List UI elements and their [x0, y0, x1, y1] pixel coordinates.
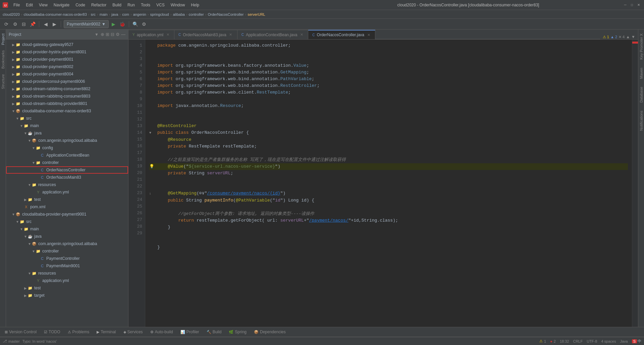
menu-code[interactable]: Code — [73, 2, 88, 8]
btab-problems[interactable]: ⚠ Problems — [64, 328, 93, 336]
menu-window[interactable]: Window — [168, 2, 188, 8]
tree-item-payment9001[interactable]: ▼ 📦 cloudalibaba-provider-payment9001 — [6, 211, 128, 218]
tree-item-appyml9001[interactable]: Y application.yml — [6, 277, 128, 284]
tree-item-ordernacos[interactable]: C OrderNacosController — [6, 166, 128, 174]
menu-run[interactable]: Run — [125, 2, 138, 8]
vtab-bookmarks[interactable]: Bookmarks — [0, 48, 6, 71]
tree-item-appyml83[interactable]: Y application.yml — [6, 188, 128, 196]
btab-profiler[interactable]: 📊 Profiler — [177, 328, 203, 336]
tree-item-resources83[interactable]: ▼ 📁 resources — [6, 181, 128, 188]
tab-close-icon[interactable]: ✕ — [366, 33, 371, 37]
tree-item-gateway[interactable]: ▶ 📁 cloud-gateway-gateway9527 — [6, 41, 128, 48]
run-button[interactable]: ▶ — [110, 20, 117, 28]
tab-ordermain[interactable]: C OrderNacosMain83.java ✕ — [174, 30, 237, 39]
menu-view[interactable]: View — [36, 2, 50, 8]
menu-navigate[interactable]: Navigate — [51, 2, 72, 8]
tree-item-payment8004[interactable]: ▶ 📁 cloud-provider-payment8004 — [6, 70, 128, 78]
search-everywhere-button[interactable]: 🔍 — [132, 20, 139, 28]
tree-item-rabbitmq8802[interactable]: ▶ 📁 cloud-stream-rabbitmq-consumer8802 — [6, 85, 128, 93]
tab-close-icon[interactable]: ✕ — [165, 33, 170, 37]
btab-services[interactable]: ◈ Services — [120, 328, 146, 336]
tree-item-controller83[interactable]: ▼ 📁 controller — [6, 159, 128, 166]
bc-angenin[interactable]: angenin — [133, 12, 146, 16]
tab-appyml[interactable]: Y application.yml ✕ — [128, 30, 174, 39]
bc-controller[interactable]: controller — [189, 12, 204, 16]
panel-settings-icon[interactable]: ⚙ — [116, 32, 120, 37]
status-warnings[interactable]: ⚠ 1 — [539, 339, 546, 343]
scroll-down-icon[interactable]: ▼ — [631, 35, 635, 39]
vtab-project[interactable]: Project — [0, 31, 6, 48]
btab-build[interactable]: 🔨 Build — [203, 328, 225, 336]
tree-item-paymain9001[interactable]: C PaymentMain9001 — [6, 262, 128, 270]
tree-item-java83[interactable]: ▼ ☕ java — [6, 129, 128, 137]
bc-src[interactable]: src — [91, 12, 96, 16]
close-button[interactable]: ✕ — [636, 2, 641, 8]
menu-help[interactable]: Help — [188, 2, 202, 8]
tree-item-pom83[interactable]: X pom.xml — [6, 203, 128, 211]
tree-item-resources9001[interactable]: ▼ 📁 resources — [6, 270, 128, 277]
bc-com[interactable]: com — [122, 12, 129, 16]
bc-class[interactable]: OrderNacosController — [208, 12, 244, 16]
menu-build[interactable]: Build — [110, 2, 124, 8]
bc-java[interactable]: java — [111, 12, 118, 16]
status-lang[interactable]: Java — [620, 339, 628, 343]
tree-item-paymentctrl[interactable]: C PaymentController — [6, 255, 128, 262]
tab-close-icon[interactable]: ✕ — [228, 33, 233, 37]
bc-main[interactable]: main — [100, 12, 108, 16]
menu-tools[interactable]: Tools — [138, 2, 153, 8]
right-panel-maven[interactable]: Maven — [639, 65, 644, 81]
panel-dropdown-icon[interactable]: ▼ — [95, 32, 99, 37]
warning-bulb-icon[interactable]: 💡 — [149, 164, 154, 169]
vtab-structure[interactable]: Structure — [0, 71, 6, 92]
btab-terminal[interactable]: ▶ Terminal — [93, 328, 119, 336]
tab-orderctrl[interactable]: C OrderNacosController.java ✕ — [308, 30, 375, 39]
settings-button[interactable]: ⚙ — [11, 20, 19, 28]
status-encoding[interactable]: UTF-8 — [587, 339, 597, 343]
minimize-button[interactable]: ─ — [623, 2, 628, 8]
code-content[interactable]: package com.angenin.springcloud.alibaba.… — [145, 40, 632, 327]
tree-item-src9001[interactable]: ▼ 📁 src — [6, 218, 128, 225]
git-branch-status[interactable]: ⎇ master — [3, 339, 20, 343]
locate-file-icon[interactable]: ⊕ — [101, 32, 104, 37]
tab-appctx[interactable]: C ApplicationContextBean.java ✕ — [237, 30, 309, 39]
btab-spring[interactable]: 🌿 Spring — [225, 328, 250, 336]
tree-item-java9001[interactable]: ▼ ☕ java — [6, 233, 128, 240]
tree-item-appctxbean[interactable]: C ApplicationContextBean — [6, 152, 128, 159]
btab-version-control[interactable]: ⊞ Version Control — [1, 328, 40, 336]
tab-close-icon[interactable]: ✕ — [299, 33, 304, 37]
tree-item-main9001[interactable]: ▼ 📁 main — [6, 225, 128, 233]
expand-all-icon[interactable]: ⊞ — [106, 32, 109, 37]
right-panel-key-promoter[interactable]: Key Promoter X — [639, 31, 644, 62]
tree-item-payment8001[interactable]: ▶ 📁 cloud-provider-payment8001 — [6, 56, 128, 63]
btab-autobuild[interactable]: ⚙ Auto-build — [147, 328, 176, 336]
tree-item-ctrl9001[interactable]: ▼ 📁 controller — [6, 247, 128, 255]
right-panel-notifications[interactable]: Notifications — [639, 108, 644, 133]
collapse-all-button[interactable]: ⊟ — [20, 20, 28, 28]
fold-icon[interactable]: ▼ — [149, 131, 151, 135]
sync-files-button[interactable]: ⟳ — [3, 20, 10, 28]
collapse-all-tree-icon[interactable]: ⊟ — [111, 32, 114, 37]
status-indent[interactable]: 4 spaces — [601, 339, 616, 343]
tree-item-pkg83[interactable]: ▼ 📦 com.angenin.springcloud.alibaba — [6, 137, 128, 144]
status-errors[interactable]: ● 2 — [550, 339, 556, 343]
bc-springcloud[interactable]: springcloud — [150, 12, 169, 16]
scroll-up-icon[interactable]: ▲ — [626, 35, 630, 39]
tree-item-test83[interactable]: ▶ 📁 test — [6, 196, 128, 203]
back-button[interactable]: ◀ — [42, 20, 49, 28]
menu-refactor[interactable]: Refactor — [89, 2, 109, 8]
tree-item-nacos83[interactable]: ▼ 📦 cloudalibaba-consumer-nacos-order83 — [6, 107, 128, 115]
tree-item-hystrix[interactable]: ▶ 📁 cloud-provider-hystrix-payment8001 — [6, 48, 128, 56]
btab-todo[interactable]: ☑ TODO — [41, 328, 63, 336]
run-config-dropdown[interactable]: PaymentMain9002 ▼ — [64, 20, 109, 28]
bc-alibaba[interactable]: alibaba — [173, 12, 184, 16]
tree-item-consul[interactable]: ▶ 📁 cloud-providerconsul-payment8006 — [6, 78, 128, 85]
tree-item-config83[interactable]: ▼ 📁 config — [6, 144, 128, 152]
tree-item-pkg9001[interactable]: ▼ 📦 com.angenin.springcloud.alibaba — [6, 240, 128, 247]
right-panel-database[interactable]: Database — [639, 84, 644, 105]
tree-item-rabbitmq8801[interactable]: ▶ 📁 cloud-stream-rabbitmq-provider8801 — [6, 100, 128, 107]
forward-button[interactable]: ▶ — [51, 20, 58, 28]
tree-item-main83[interactable]: ▼ 📁 main — [6, 122, 128, 129]
settings-btn2[interactable]: ⚙ — [141, 20, 148, 28]
btab-deps[interactable]: 📦 Dependencies — [251, 328, 289, 336]
tree-item-src83[interactable]: ▼ 📁 src — [6, 115, 128, 122]
